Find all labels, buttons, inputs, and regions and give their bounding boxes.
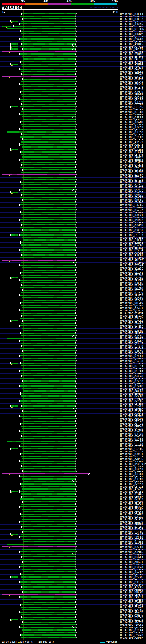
arrowhead-icon: [75, 262, 76, 263]
arrowhead-icon: [75, 71, 76, 72]
bar-start-cap: [21, 553, 21, 555]
arrowhead-icon: [75, 501, 76, 502]
bar-start-cap: [22, 480, 23, 482]
alignment-bar: [22, 78, 75, 80]
alignment-bar: [22, 247, 75, 248]
arrowhead-icon: [75, 544, 76, 545]
arrowhead-icon: [75, 365, 76, 366]
hit-label: UniRef100_C6SXA0: [120, 634, 143, 636]
hit-row: UniRef100_Q0KIW2: [0, 33, 146, 36]
alignment-bar: [21, 624, 75, 625]
arrowhead-icon: [75, 196, 76, 198]
alignment-bar: [22, 285, 75, 286]
bar-start-cap: [20, 196, 20, 198]
alignment-bar: [23, 602, 75, 603]
arrowhead-icon: [75, 571, 76, 572]
alignment-bar: [19, 84, 75, 85]
bar-start-cap: [22, 470, 23, 472]
arrowhead-icon: [75, 101, 76, 102]
bar-start-cap: [21, 614, 21, 616]
alignment-bar: [19, 596, 75, 598]
arrowhead-icon: [75, 146, 76, 148]
hit-row: UniRef100_Q8S2Y5: [0, 309, 146, 312]
alignment-bar: [22, 320, 75, 321]
arrowhead-icon: [75, 284, 76, 286]
hit-label: UniRef100_O24187: [120, 325, 143, 327]
hit-label: UniRef100_A9P8S6: [120, 335, 143, 337]
arrowhead-icon: [75, 430, 76, 432]
hit-row: UniRef100_UPI000..: [0, 25, 146, 28]
query-ruler: [2, 9, 118, 10]
bar-start-cap: [19, 279, 20, 281]
bar-start-cap: [20, 322, 21, 324]
alignment-bar: [20, 604, 75, 605]
bar-start-cap: [20, 226, 20, 228]
hit-row: UniRef100_B6TR84: [0, 370, 146, 372]
alignment-bar: [22, 526, 75, 527]
alignment-bar: [20, 212, 75, 213]
alignment-bar-segment: [10, 46, 18, 47]
alignment-bar: [19, 264, 75, 266]
bar-start-cap: [22, 266, 22, 269]
arrowhead-icon: [75, 378, 76, 379]
hit-row: UniRef100_B6HFL4: [0, 13, 146, 15]
alignment-bar: [7, 338, 75, 339]
bar-start-cap: [10, 448, 11, 450]
hit-row: UniRef100_B4FQ70: [0, 58, 146, 60]
arrowhead-icon: [75, 304, 76, 306]
bar-start-cap: [21, 405, 22, 407]
bar-start-cap: [10, 234, 11, 236]
hit-label: UniRef100_B6TR84: [120, 370, 143, 372]
bar-start-cap: [22, 209, 23, 211]
app-watermark: AlignView.em Beta re1.7: [68, 6, 118, 9]
bar-start-cap: [21, 425, 21, 427]
bar-start-cap: [10, 43, 11, 45]
arrowhead-icon: [75, 340, 76, 341]
arrowhead-icon: [75, 126, 76, 128]
hit-label: UniRef100_B9HRM9: [120, 330, 143, 332]
arrowhead-icon: [72, 627, 73, 628]
arrowhead-icon: [75, 53, 76, 54]
hit-label: UniRef100_A9NNN7: [120, 636, 143, 639]
arrowhead-icon: [75, 174, 76, 175]
arrowhead-icon: [75, 257, 76, 258]
bar-start-cap: [21, 342, 21, 344]
hit-label: UniRef100_C4J5I7: [120, 327, 143, 330]
alignment-bar: [22, 345, 75, 346]
arrowhead-icon: [75, 604, 76, 605]
alignment-bar: [19, 386, 75, 386]
hit-label: UniRef100_Q8LHN4: [120, 40, 143, 43]
alignment-bar: [20, 408, 75, 409]
bar-start-cap: [20, 242, 20, 244]
alignment-bar: [22, 207, 75, 208]
bar-start-cap: [20, 332, 20, 334]
bar-start-cap: [20, 256, 20, 258]
bar-start-cap: [22, 320, 23, 322]
arrowhead-icon: [75, 307, 76, 308]
bar-start-cap: [2, 50, 2, 52]
arrowhead-icon: [75, 586, 76, 588]
hit-label: UniRef100_Q08I87: [120, 357, 143, 360]
arrowhead-icon: [75, 229, 76, 230]
bar-start-cap: [10, 576, 11, 578]
bar-start-cap: [22, 601, 23, 603]
bar-start-cap: [19, 460, 20, 462]
hit-label: UniRef100_Q5KDS6: [120, 20, 143, 23]
bar-start-cap: [22, 148, 23, 150]
bar-start-cap: [19, 234, 20, 236]
arrowhead-icon: [75, 606, 76, 608]
alignment-bar-segment: [2, 26, 11, 27]
alignment-bar: [22, 569, 75, 570]
bar-start-cap: [20, 317, 20, 319]
bar-start-cap: [21, 493, 21, 495]
alignment-bar: [22, 56, 75, 57]
hit-label: UniRef100_A9NVB2: [120, 340, 143, 342]
arrowhead-icon: [75, 478, 76, 480]
arrowhead-icon: [75, 518, 76, 520]
arrowhead-icon: [75, 332, 76, 334]
arrowhead-icon: [75, 450, 76, 452]
alignment-bar: [2, 546, 75, 547]
alignment-bar: [19, 54, 75, 54]
bar-start-cap: [21, 161, 21, 163]
arrowhead-icon: [75, 345, 76, 346]
